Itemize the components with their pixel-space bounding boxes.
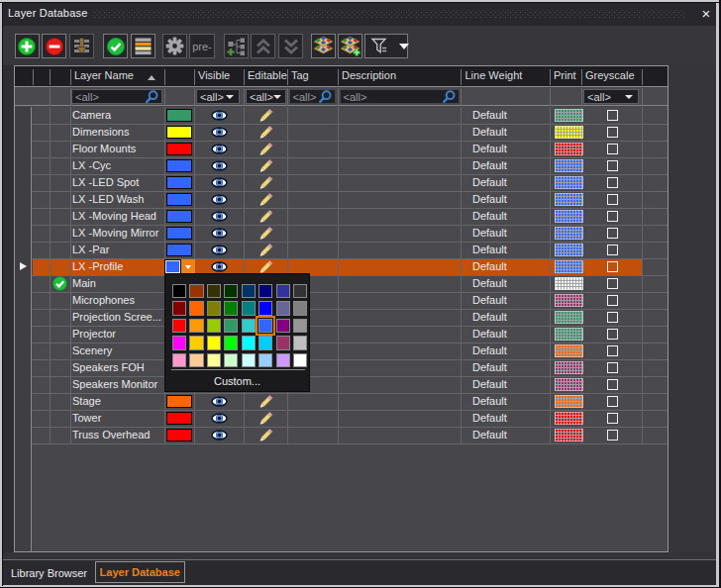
line-weight-value[interactable]: Default [472, 210, 507, 223]
layer-row[interactable]: ProjectorDefault [15, 326, 668, 343]
greyscale-checkbox[interactable] [607, 413, 618, 424]
line-weight-value[interactable]: Default [472, 361, 507, 374]
column-header-description[interactable]: Description [342, 69, 396, 81]
column-header-line_weight[interactable]: Line Weight [465, 69, 523, 81]
layer-color-combo[interactable] [164, 259, 195, 274]
layer-name[interactable]: LX -Par [72, 244, 109, 256]
greyscale-checkbox[interactable] [607, 362, 618, 373]
column-header-editable[interactable]: Editable [248, 69, 287, 81]
palette-color-swatch[interactable] [242, 284, 256, 298]
palette-color-swatch[interactable] [172, 336, 186, 349]
palette-color-swatch[interactable] [242, 336, 256, 349]
visible-eye-icon[interactable] [195, 427, 244, 443]
filter-tag[interactable]: <all> [289, 89, 337, 104]
layer-row[interactable]: LX -Moving MirrorDefault [15, 225, 668, 242]
settings-button[interactable] [162, 34, 187, 58]
layer-row[interactable]: Speakers MonitorDefault [15, 376, 668, 393]
palette-color-swatch[interactable] [189, 301, 203, 315]
greyscale-checkbox[interactable] [607, 278, 618, 289]
line-weight-value[interactable]: Default [472, 328, 507, 341]
line-weight-value[interactable]: Default [472, 412, 507, 425]
layer-color-swatch[interactable] [166, 159, 193, 172]
layers-color-button[interactable] [311, 34, 336, 58]
editable-pencil-icon[interactable] [245, 191, 287, 208]
filter-dropdown-arrow-icon[interactable] [399, 44, 409, 49]
layer-row[interactable]: Floor MountsDefault [15, 141, 668, 157]
color-dropdown-button[interactable] [181, 259, 195, 274]
editable-pencil-icon[interactable] [245, 242, 287, 258]
palette-color-swatch[interactable] [242, 353, 256, 367]
greyscale-checkbox[interactable] [607, 194, 618, 205]
layer-row[interactable]: LX -LED SpotDefault [15, 174, 668, 191]
layer-row[interactable]: CameraDefault [15, 107, 668, 124]
layer-row[interactable]: MicrophonesDefault [15, 292, 668, 309]
filter-visible[interactable]: <all> [196, 89, 240, 104]
filter-layer-name[interactable]: <all> [71, 89, 162, 104]
palette-color-swatch[interactable] [189, 336, 203, 349]
layer-name[interactable]: Microphones [72, 294, 135, 307]
palette-color-swatch[interactable] [242, 319, 256, 333]
visible-eye-icon[interactable] [195, 157, 244, 174]
layer-name[interactable]: LX -LED Spot [72, 176, 139, 189]
add-group-button[interactable] [224, 34, 249, 58]
palette-color-swatch[interactable] [224, 301, 238, 315]
layer-row[interactable]: LX -Moving HeadDefault [15, 208, 668, 225]
import-layers-button[interactable] [69, 34, 94, 58]
line-weight-value[interactable]: Default [472, 126, 507, 139]
column-header-print[interactable]: Print [554, 69, 576, 81]
move-up-button[interactable] [251, 34, 275, 58]
visible-eye-icon[interactable] [195, 191, 244, 208]
close-icon[interactable]: × [697, 5, 715, 23]
layer-name[interactable]: Speakers Monitor [72, 378, 157, 391]
add-layer-button[interactable] [15, 34, 40, 58]
palette-color-swatch[interactable] [172, 319, 186, 333]
palette-color-swatch[interactable] [276, 319, 290, 333]
visible-eye-icon[interactable] [195, 107, 244, 124]
editable-pencil-icon[interactable] [245, 107, 287, 124]
layer-name[interactable]: Camera [72, 109, 111, 122]
palette-color-swatch[interactable] [189, 353, 203, 367]
visible-eye-icon[interactable] [195, 225, 244, 242]
layer-row[interactable]: Truss OverheadDefault [15, 427, 668, 443]
layer-row[interactable]: StageDefault [15, 393, 668, 410]
editable-pencil-icon[interactable] [245, 225, 287, 242]
palette-color-swatch[interactable] [293, 301, 307, 315]
layer-row[interactable]: TowerDefault [15, 410, 668, 427]
greyscale-checkbox[interactable] [607, 127, 618, 138]
layer-row[interactable]: DimensionsDefault [15, 124, 668, 141]
palette-color-swatch[interactable] [207, 336, 221, 349]
visible-eye-icon[interactable] [195, 124, 244, 141]
palette-color-swatch[interactable] [224, 353, 238, 367]
tab-library-browser[interactable]: Library Browser [11, 560, 87, 586]
greyscale-checkbox[interactable] [607, 345, 618, 356]
layer-color-swatch[interactable] [166, 227, 193, 240]
line-weight-value[interactable]: Default [472, 378, 507, 391]
line-weight-value[interactable]: Default [472, 395, 507, 408]
layer-color-swatch[interactable] [166, 412, 193, 425]
editable-pencil-icon[interactable] [245, 393, 287, 410]
filter-editable[interactable]: <all> [246, 89, 286, 104]
palette-color-swatch[interactable] [258, 301, 272, 315]
palette-color-swatch[interactable] [207, 301, 221, 315]
palette-color-swatch[interactable] [189, 319, 203, 333]
palette-color-swatch[interactable] [207, 284, 221, 298]
layer-color-swatch[interactable] [166, 395, 193, 408]
filter-greyscale[interactable]: <all> [583, 89, 639, 104]
palette-color-swatch[interactable] [258, 353, 272, 367]
layer-name[interactable]: LX -Profile [72, 260, 123, 273]
editable-pencil-icon[interactable] [245, 124, 287, 141]
greyscale-checkbox[interactable] [607, 228, 618, 239]
greyscale-checkbox[interactable] [607, 329, 618, 340]
column-header-visible[interactable]: Visible [198, 69, 230, 81]
greyscale-checkbox[interactable] [607, 379, 618, 390]
layer-row[interactable]: LX -LED WashDefault [15, 191, 668, 208]
layer-color-swatch[interactable] [166, 143, 193, 155]
layer-name[interactable]: LX -LED Wash [72, 193, 144, 206]
palette-color-swatch[interactable] [293, 284, 307, 298]
line-weight-value[interactable]: Default [472, 244, 507, 256]
palette-color-swatch[interactable] [224, 336, 238, 349]
editable-pencil-icon[interactable] [245, 208, 287, 225]
palette-color-swatch[interactable] [172, 353, 186, 367]
layer-name[interactable]: Scenery [72, 344, 112, 357]
line-weight-value[interactable]: Default [472, 344, 507, 357]
